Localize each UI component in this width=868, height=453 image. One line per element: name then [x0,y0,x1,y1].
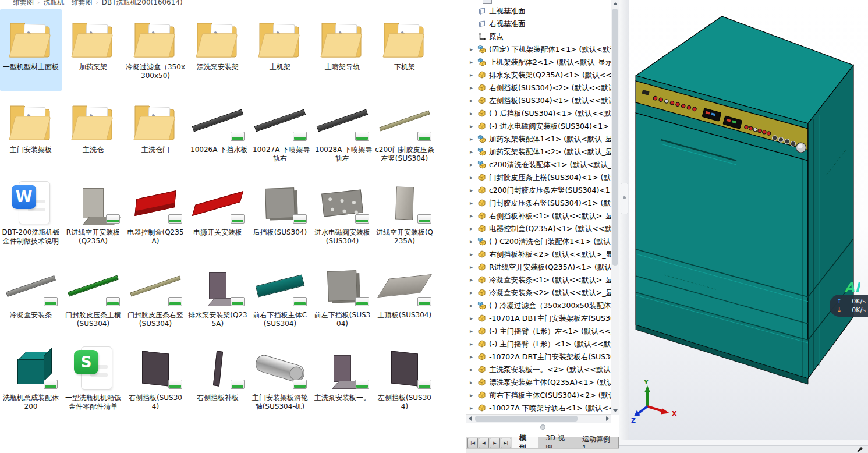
file-item[interactable]: 主洗泵安装板一。 [311,340,373,422]
file-item[interactable]: 主洗仓门 [125,92,186,174]
tree-item[interactable]: ▸ [466,210,611,222]
file-item[interactable]: W DBT-200洗瓶机钣金件制做技术说明 [0,175,62,256]
expand-arrow-icon[interactable]: ▸ [470,405,477,411]
expand-arrow-icon[interactable]: ▸ [470,187,477,193]
tree-item[interactable]: ▸ [466,338,611,351]
tree-item[interactable]: ▸ [466,82,611,94]
tree-vertical-scrollbar[interactable] [611,0,619,415]
breadcrumb-segment[interactable]: DBT洗瓶机200(160614) [98,0,186,8]
scroll-up-arrow[interactable] [611,0,619,8]
expand-arrow-icon[interactable]: ▸ [470,98,477,104]
expand-arrow-icon[interactable]: ▸ [470,200,477,206]
expand-arrow-icon[interactable]: ▸ [470,367,477,373]
expand-arrow-icon[interactable]: ▸ [470,290,477,296]
tree-item[interactable]: ▸ [466,107,611,120]
file-item[interactable]: 进线空开安装板(Q235A) [374,175,435,256]
scroll-down-arrow[interactable] [611,407,619,415]
file-item[interactable]: 后挡板(SUS304) [249,175,311,256]
tree-item[interactable]: ▸ [466,30,611,43]
tree-item[interactable]: ▸ [466,158,611,171]
expand-arrow-icon[interactable]: ▸ [470,380,477,385]
file-item[interactable]: 冷凝过滤盒（350x300x50) [125,9,186,91]
file-item[interactable]: c200门封胶皮压条左竖(SUS304) [374,92,435,174]
expand-arrow-icon[interactable]: ▸ [470,277,477,283]
tree-item[interactable]: ▸ [466,376,611,389]
tree-item[interactable]: ▸ [466,274,611,286]
splitter-handle[interactable] [621,183,628,214]
file-item[interactable]: 主门安装架板 [0,92,62,174]
expand-arrow-icon[interactable]: ▸ [470,136,477,142]
breadcrumb-segment[interactable]: 洗瓶机三维套图 [40,0,95,8]
tab-nav-button[interactable]: ▶ [490,438,500,448]
expand-arrow-icon[interactable]: ▸ [470,328,477,334]
expand-arrow-icon[interactable]: ▸ [470,316,477,321]
expand-arrow-icon[interactable]: ▸ [470,341,477,347]
file-item[interactable]: R进线空开安装板(Q235A) [62,175,124,256]
expand-arrow-icon[interactable]: ▸ [470,392,477,398]
file-item[interactable]: 右侧挡板(SUS304) [125,340,186,422]
file-item[interactable]: S 一型洗瓶机机箱钣金件零配件清单 [62,340,124,422]
expand-arrow-icon[interactable]: ▸ [470,123,477,129]
scroll-right-arrow[interactable] [606,416,609,421]
file-item[interactable]: 洗瓶机总成装配体200 [0,340,62,422]
tree-item[interactable]: ▸ [466,94,611,107]
file-item[interactable]: -10028A 下喷架导轨左 [311,92,373,174]
file-item[interactable]: 门封胶皮压条上横(SUS304) [62,257,124,339]
expand-arrow-icon[interactable]: ▸ [470,59,477,65]
tree-item[interactable]: ▸ [466,120,611,133]
tree-item[interactable]: ▸ [466,402,611,415]
expand-arrow-icon[interactable]: ▸ [470,72,477,78]
file-item[interactable]: 主洗仓 [62,92,124,174]
tree-item[interactable]: ▸ [466,312,611,325]
tab-nav-button[interactable]: |◀ [467,438,478,448]
tree-item[interactable]: ▸ [466,43,611,56]
tree-item[interactable]: ▸ [466,248,611,261]
tree-item[interactable]: ▸ [466,17,611,30]
expand-arrow-icon[interactable]: ▸ [470,226,477,232]
file-item[interactable]: 前左下挡板(SUS304) [311,257,373,339]
file-item[interactable]: 上喷架导轨 [311,9,373,91]
file-item[interactable]: 冷凝盒安装条 [0,257,62,339]
file-item[interactable]: 门封胶皮压条右竖(SUS304) [125,257,186,339]
expand-arrow-icon[interactable]: ▸ [470,111,477,116]
3d-viewport[interactable]: AI ↑ 0K/s ↓ 0K/s Y X Z [629,0,868,453]
scrollbar-thumb[interactable] [612,9,618,266]
tree-item[interactable]: ▸ [466,184,611,197]
expand-arrow-icon[interactable]: ▸ [470,213,477,219]
file-item[interactable]: 主门安装架板滑轮轴(SUS304-机) [249,340,311,422]
expand-arrow-icon[interactable]: ▸ [470,175,477,181]
tree-horizontal-scrollbar[interactable] [466,414,611,423]
expand-arrow-icon[interactable]: ▸ [470,85,477,91]
scroll-left-arrow[interactable] [469,416,472,421]
expand-arrow-icon[interactable]: ▸ [470,354,477,360]
file-item[interactable]: 一型机型材上面板 [0,9,62,91]
tree-item[interactable]: ▸ [466,299,611,312]
tab[interactable]: 3D 视图 [538,437,575,449]
breadcrumb-segment[interactable]: 三维套图 [2,0,37,8]
expand-arrow-icon[interactable]: ▸ [470,264,477,270]
file-item[interactable]: 进水电磁阀安装板(SUS304) [311,175,373,256]
tree-item[interactable]: ▸ [466,56,611,69]
tree-item[interactable]: ▸ [466,261,611,274]
expand-arrow-icon[interactable]: ▸ [470,162,477,168]
tab-nav-button[interactable]: ▶| [501,438,511,448]
file-item[interactable]: 电源开关安装板 [187,175,249,256]
scrollbar-thumb[interactable] [475,416,578,422]
file-item[interactable]: 前右下挡板主体C(SUS304) [249,257,311,339]
expand-arrow-icon[interactable]: ▸ [470,149,477,155]
tree-item[interactable]: ▸ [466,363,611,376]
file-item[interactable]: 电器控制盒(Q235A) [125,175,186,256]
tree-item[interactable]: ▸ [466,286,611,299]
tree-item[interactable]: ▸ [466,351,611,363]
pane-splitter[interactable] [619,0,629,453]
pane-collapse-handle[interactable] [540,424,545,430]
tree-item[interactable]: ▸ [466,69,611,82]
expand-arrow-icon[interactable]: ▸ [470,47,477,52]
file-item[interactable]: -10027A 下喷架导轨右 [249,92,311,174]
tree-item[interactable]: ▸ [466,222,611,235]
file-item[interactable]: 下机架 [374,9,435,91]
tree-item[interactable]: ▸ [466,146,611,158]
file-item[interactable]: 加药泵架 [62,9,124,91]
tree-item[interactable]: ▸ [466,5,611,17]
expand-arrow-icon[interactable]: ▸ [470,252,477,257]
